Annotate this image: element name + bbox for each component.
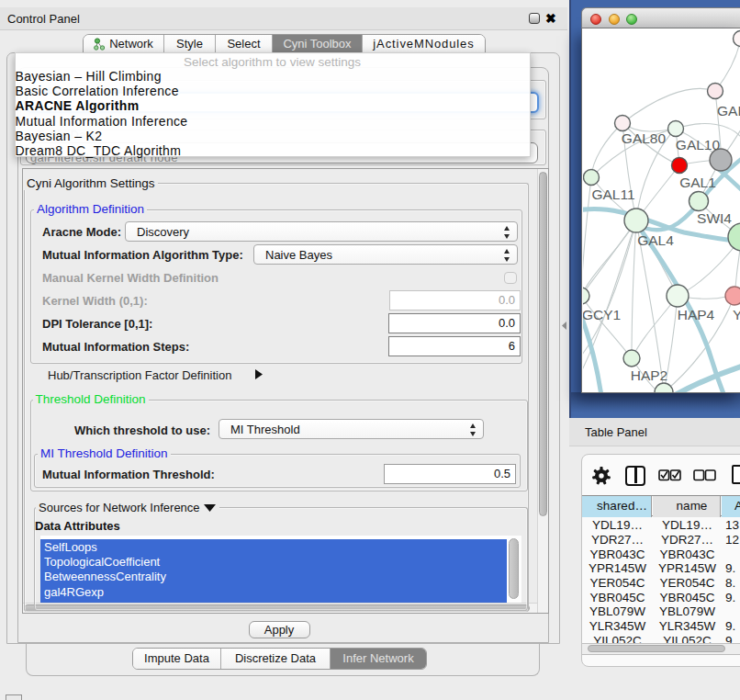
svg-text:HAP2: HAP2: [631, 367, 668, 383]
svg-text:HAP4: HAP4: [678, 307, 715, 322]
svg-text:GAL80: GAL80: [622, 130, 667, 146]
svg-text:GAL4: GAL4: [637, 232, 674, 248]
svg-text:GAL10: GAL10: [676, 137, 721, 152]
svg-text:GAL: GAL: [717, 103, 740, 119]
svg-text:GCY1: GCY1: [583, 307, 621, 322]
svg-text:GAL1: GAL1: [679, 175, 716, 190]
svg-text:Y: Y: [733, 307, 740, 322]
svg-text:SWI4: SWI4: [697, 210, 732, 226]
svg-text:GAL11: GAL11: [591, 186, 634, 202]
